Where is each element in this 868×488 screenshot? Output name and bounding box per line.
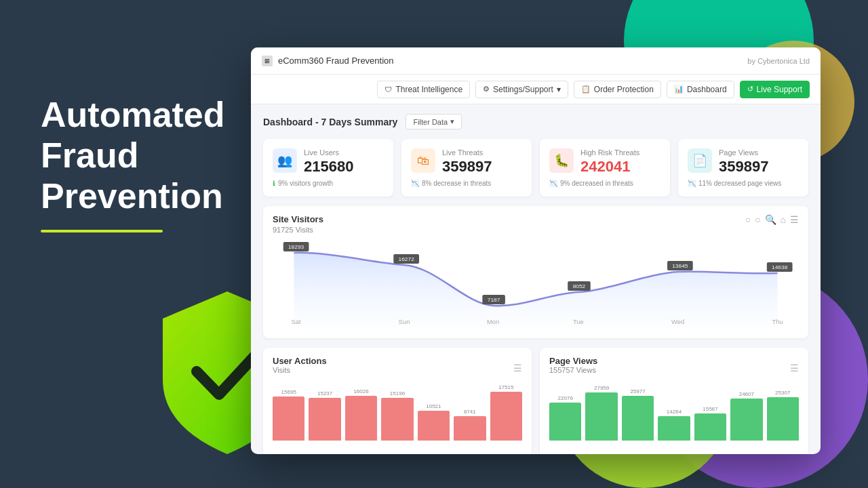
bar-group-6: 17515 — [490, 384, 522, 441]
pv-bar-group-3: 14264 — [658, 409, 690, 441]
chart-control-circle2[interactable]: ○ — [755, 214, 760, 225]
nav-dashboard-label: Dashboard — [687, 85, 727, 94]
pv-bar-group-0: 22076 — [549, 395, 581, 441]
hero-title: AutomatedFraudPrevention — [41, 95, 225, 216]
user-actions-bars: 15695 15237 16026 15196 — [273, 380, 522, 441]
pv-bar-group-1: 27959 — [585, 385, 617, 441]
window-title: eComm360 Fraud Prevention — [278, 56, 394, 66]
bottom-charts: User Actions Visits ☰ 15695 15237 — [263, 348, 808, 454]
page-views-label: Page Views — [719, 148, 768, 157]
live-users-footer: ℹ 9% visitors growth — [273, 180, 384, 187]
stat-card-high-risk: 🐛 High Risk Threats 242041 📉 9% decrease… — [540, 139, 670, 197]
stat-card-live-threats: 🛍 Live Threats 359897 📉 8% decrease in t… — [401, 139, 532, 197]
nav-order-label: Order Protection — [594, 85, 654, 94]
pv-bar-0 — [549, 403, 581, 441]
site-visitors-title: Site Visitors — [273, 214, 323, 224]
filter-label: Filter Data — [413, 118, 448, 126]
page-views-icon: 📄 — [688, 148, 712, 173]
live-users-value: 215680 — [304, 158, 353, 176]
nav-dashboard[interactable]: 📊 Dashboard — [667, 81, 734, 98]
live-users-icon: 👥 — [273, 148, 297, 173]
page-views-footer: 📉 11% decreased page views — [688, 180, 799, 187]
brand-label: by Cybertonica Ltd — [747, 57, 810, 65]
pv-bar-5 — [730, 399, 762, 441]
high-risk-icon: 🐛 — [549, 148, 574, 173]
nav-settings-label: Settings/Support — [493, 85, 553, 94]
dashboard-nav-icon: 📊 — [674, 85, 684, 94]
svg-text:Sun: Sun — [399, 319, 410, 325]
bar-2 — [345, 396, 377, 441]
window-titlebar: ⊞ eComm360 Fraud Prevention by Cybertoni… — [251, 47, 821, 75]
pv-bar-3 — [658, 416, 690, 441]
nav-settings-support[interactable]: ⚙ Settings/Support ▾ — [475, 81, 568, 98]
trend-down-threats-icon: 📉 — [411, 180, 419, 187]
dashboard-window: ⊞ eComm360 Fraud Prevention by Cybertoni… — [251, 47, 821, 454]
bar-group-0: 15695 — [273, 389, 304, 441]
bar-0 — [273, 396, 304, 441]
pv-bar-group-6: 25307 — [767, 390, 799, 441]
stat-card-page-views: 📄 Page Views 359897 📉 11% decreased page… — [678, 139, 808, 197]
hero-content: AutomatedFraudPrevention — [41, 95, 225, 232]
svg-text:Thu: Thu — [772, 319, 783, 325]
chart-home-icon[interactable]: ⌂ — [781, 214, 786, 225]
pv-bar-6 — [767, 397, 799, 441]
titlebar-left: ⊞ eComm360 Fraud Prevention — [262, 56, 394, 66]
user-actions-menu-icon[interactable]: ☰ — [513, 363, 522, 373]
bar-4 — [418, 411, 450, 441]
pv-bar-group-2: 25977 — [622, 388, 654, 441]
bar-6 — [490, 392, 522, 441]
user-actions-chart: User Actions Visits ☰ 15695 15237 — [263, 348, 532, 454]
filter-chevron-icon: ▾ — [450, 117, 454, 126]
bar-3 — [381, 398, 413, 441]
nav-bar: 🛡 Threat Intelligence ⚙ Settings/Support… — [251, 75, 821, 104]
app-icon: ⊞ — [262, 56, 273, 66]
chart-menu-icon[interactable]: ☰ — [790, 214, 799, 225]
bar-group-5: 8741 — [454, 409, 486, 441]
shield-nav-icon: 🛡 — [384, 85, 392, 94]
dashboard-content: Dashboard - 7 Days Summary Filter Data ▾… — [251, 104, 821, 454]
live-support-icon: ↺ — [747, 85, 753, 94]
page-views-menu-icon[interactable]: ☰ — [790, 363, 799, 373]
bar-group-1: 15237 — [309, 390, 340, 441]
live-threats-label: Live Threats — [442, 148, 492, 157]
live-threats-footer: 📉 8% decrease in threats — [411, 180, 522, 187]
pv-bar-group-4: 15567 — [694, 406, 726, 441]
svg-text:Sat: Sat — [292, 319, 302, 325]
svg-text:Wed: Wed — [671, 319, 684, 325]
line-chart-area: 18293 16272 7187 8052 13845 14638 Sat Su… — [273, 239, 799, 327]
trend-up-icon: ℹ — [273, 180, 275, 187]
bar-group-2: 16026 — [345, 388, 377, 441]
dashboard-page-title: Dashboard - 7 Days Summary — [263, 117, 397, 127]
site-visitors-chart: Site Visitors 91725 Visits ○ ○ 🔍 ⌂ ☰ — [263, 206, 808, 338]
page-views-bar-subtitle: 155757 Views — [549, 366, 597, 374]
dashboard-header-row: Dashboard - 7 Days Summary Filter Data ▾ — [263, 114, 808, 129]
high-risk-value: 242041 — [580, 158, 639, 176]
hero-underline — [41, 230, 163, 232]
svg-text:13845: 13845 — [672, 263, 688, 269]
page-views-bar-chart: Page Views 155757 Views ☰ 22076 27959 — [540, 348, 808, 454]
gear-nav-icon: ⚙ — [483, 85, 490, 94]
bar-1 — [309, 398, 340, 441]
nav-live-support[interactable]: ↺ Live Support — [740, 81, 810, 98]
page-views-bar-title: Page Views — [549, 356, 597, 366]
chart-control-circle1[interactable]: ○ — [745, 214, 751, 225]
order-nav-icon: 📋 — [581, 85, 591, 94]
svg-text:18293: 18293 — [288, 244, 304, 250]
svg-text:Tue: Tue — [573, 319, 584, 325]
pv-bar-group-5: 24607 — [730, 391, 762, 441]
bar-group-3: 15196 — [381, 390, 413, 441]
pv-bar-1 — [585, 392, 617, 441]
stat-card-live-users: 👥 Live Users 215680 ℹ 9% visitors growth — [263, 139, 393, 197]
nav-live-support-label: Live Support — [757, 85, 802, 94]
svg-text:14638: 14638 — [772, 264, 788, 270]
nav-threat-intelligence[interactable]: 🛡 Threat Intelligence — [377, 81, 470, 98]
nav-order-protection[interactable]: 📋 Order Protection — [574, 81, 661, 98]
user-actions-subtitle: Visits — [273, 366, 327, 374]
svg-text:16272: 16272 — [398, 256, 414, 262]
pv-bar-2 — [622, 396, 654, 441]
bar-5 — [454, 416, 486, 441]
nav-threat-label: Threat Intelligence — [395, 85, 462, 94]
filter-data-button[interactable]: Filter Data ▾ — [406, 114, 462, 129]
svg-text:7187: 7187 — [488, 297, 500, 303]
chart-zoom-icon[interactable]: 🔍 — [765, 214, 776, 225]
